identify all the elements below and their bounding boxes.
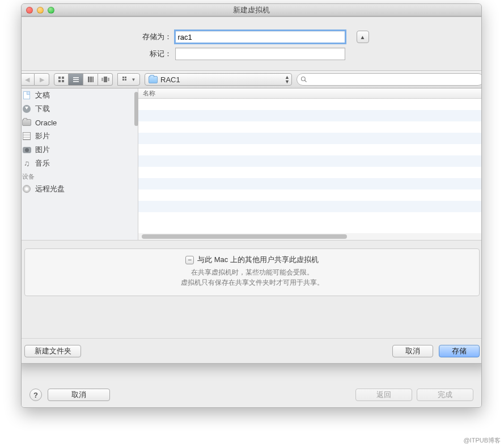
arrange-icon — [122, 76, 130, 83]
wizard-back-button: 返回 — [355, 389, 412, 401]
svg-rect-15 — [122, 79, 124, 81]
save-as-input[interactable] — [175, 31, 345, 43]
svg-rect-14 — [125, 77, 126, 78]
save-as-label: 存储为： — [104, 32, 172, 42]
svg-point-17 — [302, 77, 306, 81]
list-row — [138, 121, 482, 133]
save-sheet: 存储为： ▲ 标记： ◀ ▶ — [21, 16, 482, 364]
sidebar-item-documents[interactable]: 文稿 — [21, 88, 138, 102]
sidebar-scrollbar-thumb[interactable] — [134, 92, 138, 126]
music-icon: ♫ — [22, 159, 31, 168]
sidebar-item-movies[interactable]: 影片 — [21, 129, 138, 143]
hscroll-thumb[interactable] — [142, 234, 347, 239]
browser-toolbar: ◀ ▶ ▼ — [21, 70, 482, 88]
sidebar-item-label: 音乐 — [35, 158, 50, 168]
svg-rect-7 — [88, 77, 90, 82]
sidebar-item-pictures[interactable]: 图片 — [21, 143, 138, 157]
wizard-finish-button: 完成 — [417, 389, 473, 401]
path-dropdown[interactable]: RAC1 ▲▼ — [145, 73, 292, 86]
sidebar-item-label: 下载 — [35, 104, 50, 114]
svg-rect-9 — [92, 77, 94, 82]
svg-rect-10 — [101, 78, 103, 81]
nav-back-button[interactable]: ◀ — [21, 73, 35, 86]
wizard-bottom-bar: ? 取消 返回 完成 — [22, 382, 481, 407]
search-box[interactable] — [297, 73, 482, 86]
sidebar-devices-header: 设备 — [21, 170, 138, 182]
sidebar-item-label: Oracle — [35, 119, 57, 127]
sidebar-item-label: 图片 — [35, 145, 50, 155]
view-list-button[interactable] — [69, 73, 83, 86]
share-panel: − 与此 Mac 上的其他用户共享此虚拟机 在共享虚拟机时，某些功能可能会受限。… — [24, 248, 480, 296]
main-window: 新建虚拟机 ? 取消 返回 完成 存储为： ▲ 标记： — [21, 3, 482, 408]
folder-icon — [22, 118, 31, 127]
download-icon — [22, 104, 31, 113]
svg-rect-4 — [73, 77, 79, 78]
folder-icon — [149, 76, 158, 83]
share-note-2: 虚拟机只有保存在共享文件夹时才可用于共享。 — [29, 277, 475, 288]
svg-rect-0 — [58, 77, 61, 79]
grid-icon — [58, 76, 65, 83]
film-icon — [22, 132, 31, 141]
path-label: RAC1 — [160, 75, 180, 84]
view-icon-button[interactable] — [54, 73, 69, 86]
watermark: @ITPUB博客 — [463, 436, 501, 445]
share-toggle-button[interactable]: − — [185, 256, 194, 264]
sidebar-item-music[interactable]: ♫ 音乐 — [21, 157, 138, 170]
nav-forward-button[interactable]: ▶ — [35, 73, 49, 86]
view-coverflow-button[interactable] — [98, 73, 113, 86]
help-button[interactable]: ? — [29, 389, 42, 401]
list-row — [138, 201, 482, 212]
sidebar-item-downloads[interactable]: 下载 — [21, 102, 138, 116]
coverflow-icon — [101, 76, 109, 83]
sheet-bottom-bar: 新建文件夹 取消 存储 — [21, 338, 482, 363]
tag-label: 标记： — [104, 49, 172, 59]
list-rows — [138, 99, 482, 233]
browser-body: 文稿 下载 Oracle 影片 图片 — [21, 88, 482, 241]
svg-rect-11 — [104, 77, 107, 82]
list-row — [138, 144, 482, 155]
updown-icon: ▲▼ — [285, 75, 290, 84]
tag-input[interactable] — [175, 48, 345, 60]
arrange-button[interactable]: ▼ — [117, 73, 140, 86]
list-icon — [73, 76, 79, 83]
sidebar-item-label: 文稿 — [35, 90, 50, 100]
list-row — [138, 155, 482, 167]
svg-rect-5 — [73, 79, 79, 81]
sheet-cancel-button[interactable]: 取消 — [392, 345, 433, 357]
sidebar-item-oracle[interactable]: Oracle — [21, 116, 138, 129]
sheet-save-button[interactable]: 存储 — [439, 345, 480, 357]
horizontal-scrollbar[interactable] — [138, 233, 482, 240]
svg-rect-1 — [62, 77, 64, 79]
document-icon — [22, 91, 31, 100]
titlebar: 新建虚拟机 — [22, 4, 481, 16]
list-row — [138, 110, 482, 121]
svg-rect-3 — [62, 80, 64, 82]
list-row — [138, 99, 482, 110]
collapse-toggle-button[interactable]: ▲ — [357, 31, 369, 43]
list-row — [138, 133, 482, 144]
svg-rect-12 — [108, 78, 109, 81]
disc-icon — [22, 184, 31, 193]
sidebar: 文稿 下载 Oracle 影片 图片 — [21, 88, 138, 240]
list-row — [138, 178, 482, 189]
list-row — [138, 212, 482, 224]
list-row — [138, 167, 482, 178]
svg-rect-8 — [90, 77, 92, 82]
view-group — [54, 73, 113, 86]
svg-rect-2 — [58, 80, 61, 82]
svg-rect-13 — [122, 77, 124, 78]
sidebar-item-label: 影片 — [35, 131, 50, 141]
camera-icon — [22, 145, 31, 154]
svg-line-18 — [305, 81, 307, 82]
share-note-1: 在共享虚拟机时，某些功能可能会受限。 — [29, 267, 475, 277]
sidebar-item-remote-disc[interactable]: 远程光盘 — [21, 182, 138, 196]
new-folder-button[interactable]: 新建文件夹 — [24, 345, 81, 357]
wizard-cancel-button[interactable]: 取消 — [48, 389, 110, 401]
search-input[interactable] — [310, 75, 480, 83]
view-column-button[interactable] — [83, 73, 98, 86]
list-row — [138, 189, 482, 201]
list-column-header[interactable]: 名称 — [138, 88, 482, 99]
sheet-top: 存储为： ▲ 标记： — [21, 17, 482, 70]
window-title: 新建虚拟机 — [22, 5, 481, 15]
sidebar-item-label: 远程光盘 — [35, 184, 65, 194]
